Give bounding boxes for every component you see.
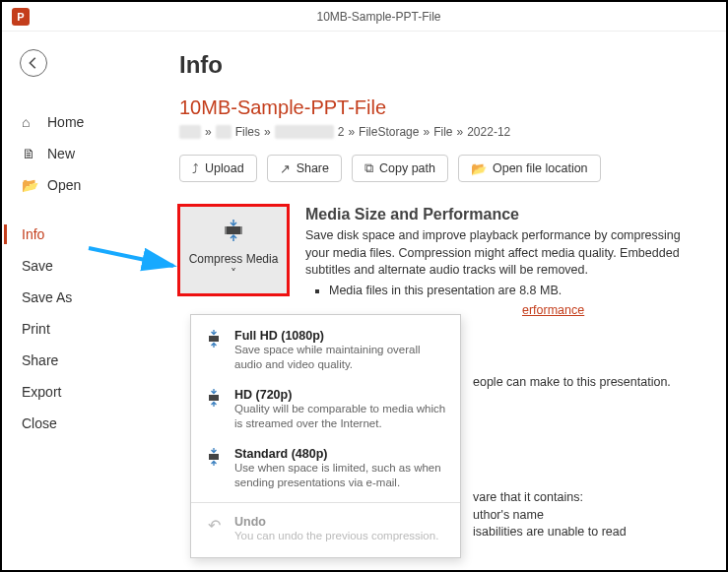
option-desc: Use when space is limited, such as when …	[234, 461, 446, 490]
compress-option-sd[interactable]: Standard (480p)Use when space is limited…	[191, 439, 460, 498]
nav-item-label: New	[47, 146, 75, 161]
nav-item-open[interactable]: 📂Open	[2, 169, 140, 201]
hd-icon	[205, 389, 223, 431]
copypath-icon: ⧉	[364, 160, 373, 176]
media-section-heading: Media Size and Performance	[305, 206, 702, 223]
compress-media-menu: Full HD (1080p)Save space while maintain…	[190, 314, 461, 558]
app-icon: P	[12, 8, 30, 26]
nav-item-close[interactable]: Close	[2, 408, 140, 439]
openloc-button[interactable]: 📂Open file location	[458, 155, 601, 182]
button-label: Open file location	[493, 161, 588, 175]
svg-rect-1	[225, 226, 227, 234]
open-icon: 📂	[22, 177, 37, 193]
nav-item-export[interactable]: Export	[2, 376, 140, 408]
nav-item-label: Info	[22, 226, 44, 242]
nav-item-label: Close	[22, 415, 57, 431]
window-title: 10MB-Sample-PPT-File	[41, 10, 716, 24]
svg-rect-5	[209, 454, 219, 460]
nav-item-label: Share	[22, 352, 58, 368]
upload-button[interactable]: ⤴Upload	[179, 155, 257, 182]
button-label: Upload	[205, 161, 244, 175]
option-title: Standard (480p)	[234, 447, 446, 461]
svg-rect-0	[227, 226, 240, 234]
option-desc: You can undo the previous compression.	[234, 529, 446, 543]
inspect-preview-line: uthor's name	[473, 507, 702, 525]
nav-item-label: Export	[22, 384, 61, 400]
compress-option-fhd[interactable]: Full HD (1080p)Save space while maintain…	[191, 321, 460, 380]
fhd-icon	[205, 330, 223, 372]
media-section-text: Save disk space and improve playback per…	[305, 227, 702, 280]
inspect-preview-line: vare that it contains:	[473, 489, 702, 507]
option-desc: Quality will be comparable to media whic…	[234, 402, 446, 431]
openloc-icon: 📂	[471, 161, 487, 176]
nav-item-share[interactable]: Share	[2, 345, 140, 376]
upload-icon: ⤴	[192, 161, 199, 176]
option-desc: Save space while maintaining overall aud…	[234, 343, 446, 372]
protect-preview-text: eople can make to this presentation.	[473, 374, 702, 392]
nav-item-label: Home	[47, 114, 84, 130]
back-button[interactable]	[20, 49, 47, 77]
nav-item-save[interactable]: Save	[2, 250, 140, 282]
backstage-sidebar: ⌂Home🗎New📂OpenInfoSaveSave AsPrintShareE…	[2, 32, 140, 570]
new-icon: 🗎	[22, 146, 37, 161]
media-size-bullet: Media files in this presentation are 8.8…	[329, 284, 702, 297]
nav-item-saveas[interactable]: Save As	[2, 282, 140, 313]
nav-item-label: Save As	[22, 289, 72, 305]
button-label: Share	[297, 161, 329, 175]
compress-option-hd[interactable]: HD (720p)Quality will be comparable to m…	[191, 380, 460, 439]
document-title: 10MB-Sample-PPT-File	[179, 96, 702, 119]
svg-rect-2	[240, 226, 242, 234]
nav-item-info[interactable]: Info	[2, 219, 140, 250]
compress-option-undo: ↶UndoYou can undo the previous compressi…	[191, 507, 460, 551]
option-title: Full HD (1080p)	[234, 329, 446, 343]
option-title: HD (720p)	[234, 388, 446, 402]
nav-item-label: Print	[22, 321, 50, 337]
svg-rect-3	[209, 336, 219, 342]
nav-item-new[interactable]: 🗎New	[2, 138, 140, 169]
option-title: Undo	[234, 515, 446, 529]
home-icon: ⌂	[22, 114, 37, 130]
undo-icon: ↶	[205, 516, 223, 543]
inspect-preview-line: isabilities are unable to read	[473, 524, 702, 541]
share-icon: ↗	[280, 161, 291, 176]
svg-rect-4	[209, 395, 219, 401]
breadcrumb[interactable]: » Files » 2 » FileStorage » File » 2022-…	[179, 125, 702, 139]
copypath-button[interactable]: ⧉Copy path	[352, 155, 448, 182]
button-label: Copy path	[379, 161, 435, 175]
compress-media-button[interactable]: Compress Media ˅	[179, 206, 288, 294]
page-title: Info	[179, 51, 702, 79]
performance-link[interactable]: erformance	[522, 303, 584, 317]
nav-item-label: Open	[47, 177, 81, 193]
nav-item-home[interactable]: ⌂Home	[2, 106, 140, 138]
compress-media-icon	[221, 220, 246, 246]
nav-item-label: Save	[22, 258, 53, 274]
share-button[interactable]: ↗Share	[267, 155, 342, 182]
sd-icon	[205, 448, 223, 490]
nav-item-print[interactable]: Print	[2, 313, 140, 345]
